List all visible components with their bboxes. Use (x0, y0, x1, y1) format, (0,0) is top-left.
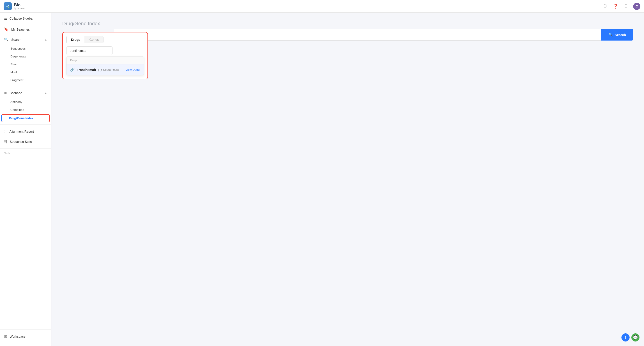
sidebar-item-motif[interactable]: Motif (0, 68, 51, 76)
tools-section-label: Tools (0, 150, 51, 155)
drug-link-icon: 🔗 (70, 68, 75, 72)
logo-icon (4, 2, 12, 10)
dropdown-header: Drugs (66, 56, 144, 64)
divider-3 (0, 148, 51, 149)
sidebar-item-short[interactable]: Short (0, 60, 51, 68)
sidebar-item-fragment[interactable]: Fragment (0, 76, 51, 84)
sidebar-item-my-searches[interactable]: 🔖 My Searches (0, 24, 51, 34)
sidebar-item-sequence-suite[interactable]: ⇶ Sequence Suite (0, 136, 51, 147)
collapse-icon: ☰ (4, 16, 7, 20)
tab-drugs[interactable]: Drugs (66, 36, 84, 43)
top-search-button[interactable]: 🔍 Search (602, 29, 633, 40)
view-detail-link[interactable]: View Detail (125, 68, 140, 71)
drug-gene-search-container: Drugs Genes Drugs 🔗 Trontinemab | (6 Seq… (62, 32, 148, 79)
main-content: Drug/Gene Index Drugs Genes Drugs 🔗 Tron… (52, 12, 644, 346)
workspace-icon: ⊡ (4, 334, 7, 339)
collapse-sidebar-button[interactable]: ☰ Collapse Sidebar (0, 12, 51, 24)
app-layout: ☰ Collapse Sidebar 🔖 My Searches 🔍 Searc… (0, 0, 644, 346)
drug-search-input[interactable] (66, 46, 112, 55)
timer-icon[interactable]: ⏱ (602, 3, 608, 9)
search-group-icon: 🔍 (4, 37, 8, 42)
my-searches-icon: 🔖 (4, 27, 8, 31)
help-icon[interactable]: ❓ (612, 3, 619, 9)
active-indicator (1, 115, 2, 121)
alignment-icon: ⠿ (4, 129, 7, 134)
logo-text: Bio by patsnap (14, 3, 25, 9)
notification-badge[interactable]: 2 (622, 334, 630, 342)
sequence-suite-label: Sequence Suite (10, 140, 32, 143)
dropdown-item-trontinemab[interactable]: 🔗 Trontinemab | (6 Sequences) View Detai… (66, 64, 144, 75)
top-search-area: 🔍 Search (103, 21, 644, 49)
divider-4 (0, 329, 51, 330)
workspace-label: Workspace (10, 335, 26, 338)
sidebar-item-degenerate[interactable]: Degenerate (0, 52, 51, 60)
search-group-label: Search (11, 38, 21, 41)
logo-area: Bio by patsnap (4, 2, 25, 10)
logo-subtitle: by patsnap (14, 7, 25, 9)
app-header: Bio by patsnap ⏱ ❓ ⠿ C (0, 0, 644, 12)
scenario-group-icon: ⊞ (4, 91, 7, 95)
apps-icon[interactable]: ⠿ (623, 3, 629, 9)
chat-badge[interactable]: 💬 (631, 334, 640, 342)
tabs-row: Drugs Genes (66, 36, 144, 43)
divider-2 (0, 124, 51, 125)
sidebar-item-sequences[interactable]: Sequences (0, 45, 51, 52)
scenario-chevron-icon: ▲ (44, 91, 47, 95)
sidebar-item-combined[interactable]: Combined (0, 106, 51, 114)
search-btn-icon: 🔍 (608, 33, 613, 37)
sidebar-item-alignment-report[interactable]: ⠿ Alignment Report (0, 126, 51, 136)
scenario-group-label: Scenario (10, 91, 22, 95)
logo-title: Bio (14, 3, 25, 7)
drug-name: Trontinemab (77, 68, 96, 72)
sidebar: ☰ Collapse Sidebar 🔖 My Searches 🔍 Searc… (0, 12, 52, 346)
user-avatar[interactable]: C (633, 3, 640, 10)
alignment-report-label: Alignment Report (10, 130, 34, 133)
drug-sequences: | (6 Sequences) (98, 68, 119, 71)
bottom-badge-area: 2 💬 (622, 334, 640, 342)
sequence-suite-icon: ⇶ (4, 139, 7, 144)
collapse-label: Collapse Sidebar (10, 17, 34, 20)
search-chevron-icon: ▲ (44, 38, 47, 41)
scenario-group-header[interactable]: ⊞ Scenario ▲ (0, 88, 51, 98)
sidebar-item-drug-gene-wrapper: Drug/Gene Index (1, 114, 50, 122)
search-group-header[interactable]: 🔍 Search ▲ (0, 34, 51, 45)
sidebar-item-drug-gene-index[interactable]: Drug/Gene Index (1, 114, 50, 122)
dropdown-item-left: 🔗 Trontinemab | (6 Sequences) (70, 68, 119, 72)
my-searches-label: My Searches (11, 28, 30, 31)
header-actions: ⏱ ❓ ⠿ C (602, 3, 640, 10)
search-dropdown: Drugs 🔗 Trontinemab | (6 Sequences) View… (66, 56, 144, 75)
search-btn-label: Search (615, 33, 626, 37)
top-search-input[interactable] (114, 29, 602, 40)
sidebar-item-workspace[interactable]: ⊡ Workspace (0, 331, 51, 342)
sidebar-item-antibody[interactable]: Antibody (0, 98, 51, 106)
tab-genes[interactable]: Genes (84, 36, 103, 43)
